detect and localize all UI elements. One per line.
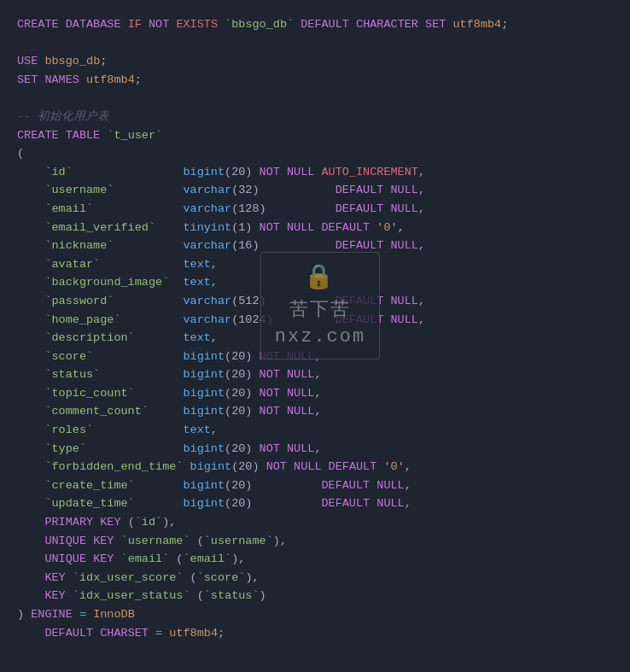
token-punct: ,	[314, 440, 321, 459]
token-plain	[383, 200, 390, 219]
token-fn: varchar	[183, 181, 231, 200]
code-line: `create_time` bigint(20) DEFAULT NULL,	[17, 476, 613, 495]
token-punct: ,	[418, 292, 425, 311]
token-kw: NULL	[287, 163, 314, 182]
token-bt: `score`	[197, 569, 246, 587]
token-plain	[280, 365, 287, 384]
token-plain	[418, 15, 425, 34]
token-punct: ,	[418, 163, 425, 182]
token-bt: `email`	[121, 550, 170, 569]
code-line: `type` bigint(20) NOT NULL,	[17, 440, 613, 459]
token-plain	[17, 513, 44, 532]
code-line: KEY `idx_user_score` (`score`),	[17, 569, 613, 587]
token-plain	[17, 569, 44, 587]
token-kw: NAMES	[44, 71, 79, 90]
token-bt: `id`	[135, 513, 162, 532]
token-plain	[294, 15, 300, 34]
token-plain	[93, 513, 100, 532]
token-kw: UNIQUE	[44, 550, 86, 569]
token-val: '0'	[383, 458, 404, 476]
token-plain: (32)	[231, 181, 335, 200]
token-kw: DATABASE	[66, 15, 121, 34]
code-line: UNIQUE KEY `email` (`email`),	[17, 550, 613, 569]
token-plain	[79, 71, 86, 90]
token-plain: (20)	[225, 365, 260, 384]
token-plain	[370, 494, 376, 513]
token-punct: )	[17, 605, 31, 624]
token-plain	[349, 15, 356, 34]
code-line	[17, 89, 613, 108]
token-punct: ,	[418, 200, 425, 219]
token-bt: `id`	[17, 163, 183, 182]
token-bt: `score`	[17, 348, 183, 366]
token-plain	[86, 550, 93, 569]
token-fn: bigint	[183, 440, 225, 459]
token-fn: bigint	[183, 494, 225, 513]
token-bt: `comment_count`	[17, 402, 183, 421]
token-plain	[86, 605, 93, 624]
token-plain	[280, 402, 287, 421]
token-plain: (20)	[225, 476, 321, 495]
token-plain: (128)	[231, 200, 335, 219]
token-bt: `roles`	[17, 421, 183, 440]
token-fn: varchar	[183, 311, 231, 330]
token-kw: NULL	[287, 402, 314, 421]
token-kw: UNIQUE	[44, 532, 86, 551]
token-punct: (	[190, 532, 204, 551]
code-line: DEFAULT CHARSET = utf8mb4;	[17, 624, 613, 643]
token-bt: `username`	[17, 181, 183, 200]
token-bt: `idx_user_status`	[73, 587, 190, 605]
token-punct: ,	[211, 255, 218, 274]
code-line: CREATE TABLE `t_user`	[17, 126, 613, 145]
token-punct: ,	[418, 311, 425, 330]
token-bt: `password`	[17, 292, 183, 311]
token-plain: (20)	[225, 163, 260, 182]
token-bt: `nickname`	[17, 237, 183, 255]
token-punct: ;	[100, 52, 107, 71]
token-punct: ),	[245, 569, 259, 587]
code-line: `status` bigint(20) NOT NULL,	[17, 365, 613, 384]
code-line: -- 初始化用户表	[17, 108, 613, 126]
token-plain	[73, 605, 79, 624]
token-bt: `idx_user_score`	[73, 569, 184, 587]
code-line: `id` bigint(20) NOT NULL AUTO_INCREMENT,	[17, 163, 613, 182]
token-plain	[370, 219, 376, 237]
code-line: `score` bigint(20) NOT NULL,	[17, 348, 613, 366]
token-punct: ,	[314, 348, 321, 366]
token-bt: `type`	[17, 440, 183, 459]
token-punct: ,	[314, 402, 321, 421]
code-line: PRIMARY KEY (`id`),	[17, 513, 613, 532]
token-plain	[66, 587, 73, 605]
token-punct: ,	[211, 273, 218, 292]
token-fn: varchar	[183, 292, 231, 311]
token-kw: DEFAULT	[329, 458, 377, 476]
code-line: KEY `idx_user_status` (`status`)	[17, 587, 613, 605]
token-punct: ,	[398, 219, 405, 237]
token-bt: `username`	[204, 532, 273, 551]
token-kw: NULL	[287, 384, 314, 403]
token-bt: `forbidden_end_time`	[17, 458, 183, 476]
token-punct: ,	[405, 494, 411, 513]
code-line: `password` varchar(512) DEFAULT NULL,	[17, 292, 613, 311]
token-val: bbsgo_db	[44, 52, 100, 71]
token-plain	[86, 532, 93, 551]
token-fn: text	[183, 329, 210, 348]
token-kw: NOT	[260, 402, 280, 421]
token-kw: DEFAULT	[44, 624, 93, 643]
token-plain	[114, 532, 120, 551]
token-kw: NULL	[391, 200, 418, 219]
code-line: CREATE DATABASE IF NOT EXISTS `bbsgo_db`…	[17, 15, 613, 34]
token-kw: PRIMARY	[44, 513, 93, 532]
token-kw: NULL	[391, 311, 418, 330]
token-fn: varchar	[183, 237, 231, 255]
token-kw: CREATE	[17, 126, 59, 145]
token-kw: NULL	[287, 348, 314, 366]
token-punct: ,	[211, 421, 218, 440]
token-punct: ;	[218, 624, 225, 643]
token-plain	[93, 624, 100, 643]
token-kw: NULL	[376, 476, 404, 495]
code-line: UNIQUE KEY `username` (`username`),	[17, 532, 613, 551]
token-kw: NOT	[260, 163, 280, 182]
token-kw: DEFAULT	[335, 237, 384, 255]
code-line: `email_verified` tinyint(1) NOT NULL DEF…	[17, 219, 613, 237]
